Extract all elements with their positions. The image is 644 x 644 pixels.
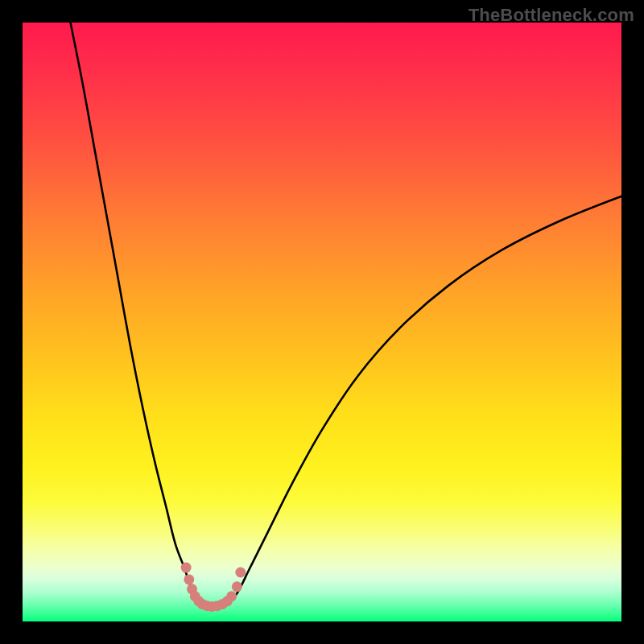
- left-curve: [71, 23, 201, 604]
- marker-dot: [235, 567, 246, 577]
- right-curve: [229, 196, 621, 604]
- marker-dot: [226, 591, 237, 601]
- marker-dot: [181, 563, 192, 573]
- plot-area: [23, 23, 621, 621]
- marker-cluster: [181, 563, 246, 612]
- curve-layer: [23, 23, 621, 621]
- marker-dot: [184, 574, 194, 584]
- chart-frame: TheBottleneck.com: [0, 0, 644, 644]
- marker-dot: [232, 581, 242, 592]
- watermark-text: TheBottleneck.com: [469, 5, 634, 26]
